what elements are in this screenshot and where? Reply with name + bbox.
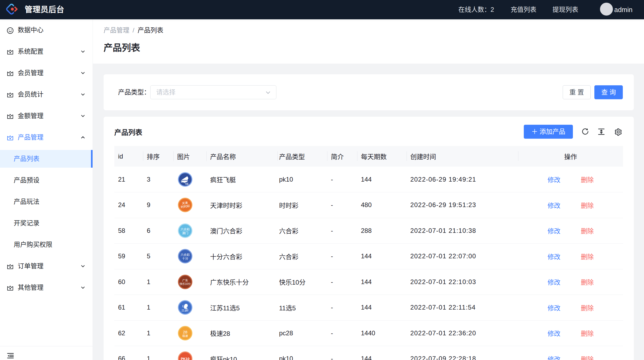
svg-text:极速: 极速	[182, 334, 188, 337]
svg-text:飞艇: 飞艇	[184, 182, 189, 185]
svg-text:快乐10分: 快乐10分	[180, 282, 191, 285]
svg-text:11选5: 11选5	[181, 309, 188, 312]
svg-text:六合彩: 六合彩	[181, 227, 190, 231]
svg-text:28: 28	[183, 330, 188, 334]
svg-text:PK10: PK10	[181, 357, 190, 360]
svg-text:十分: 十分	[182, 257, 188, 260]
svg-text:澳门: 澳门	[182, 231, 188, 235]
svg-text:六合彩: 六合彩	[181, 253, 190, 256]
svg-text:广东: 广东	[182, 279, 188, 282]
